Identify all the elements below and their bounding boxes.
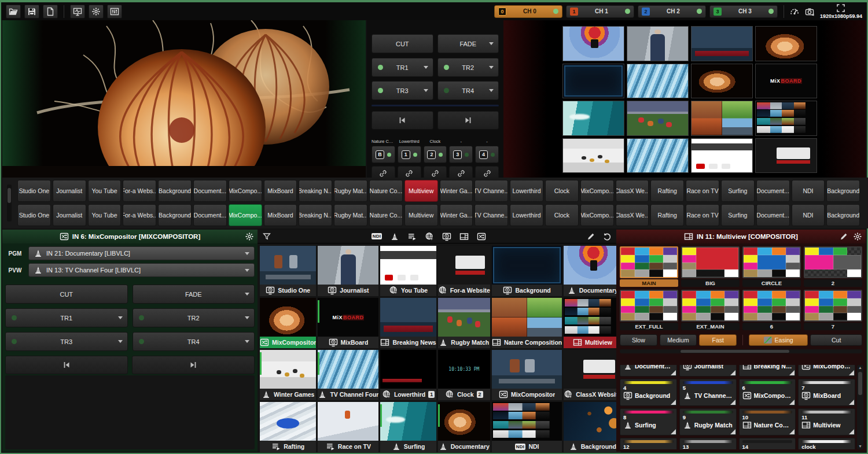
cut-button[interactable]: CUT bbox=[372, 34, 433, 53]
transition-tr4-button[interactable]: TR4 bbox=[133, 332, 255, 351]
source-button-journalist[interactable]: Journalist bbox=[53, 180, 86, 202]
fade-button[interactable]: FADE bbox=[133, 285, 255, 304]
source-button-tv-channe-[interactable]: TV Channe... bbox=[475, 204, 508, 226]
source-tile-studio-one[interactable]: Studio One bbox=[260, 246, 316, 296]
cut-button[interactable]: CUT bbox=[5, 285, 128, 304]
source-button-background[interactable]: Background bbox=[826, 180, 860, 202]
slot-7[interactable]: 7MixBoard bbox=[798, 379, 855, 406]
source-button-surfing[interactable]: Surfing bbox=[721, 204, 755, 226]
macro-key-1-button[interactable]: 1 bbox=[398, 146, 421, 163]
macro-key-2-button[interactable]: 2 bbox=[424, 146, 447, 163]
goto-end-button[interactable] bbox=[437, 111, 499, 130]
gear-icon[interactable] bbox=[853, 232, 862, 241]
gear-icon[interactable] bbox=[245, 232, 254, 241]
channel-button-0[interactable]: 0CH 0 bbox=[494, 5, 562, 18]
macro-key-B-button[interactable]: B bbox=[372, 146, 395, 163]
speed-medium-button[interactable]: Medium bbox=[660, 334, 697, 346]
source-button-mixcompo-[interactable]: MixCompo... bbox=[580, 204, 614, 226]
scroll-up-icon[interactable]: ▲ bbox=[857, 365, 863, 371]
layout-preset-circle[interactable]: CIRCLE bbox=[742, 246, 801, 287]
macro-key-3-button[interactable]: 3 bbox=[449, 146, 473, 163]
layout-preset-6[interactable]: 6 bbox=[742, 290, 801, 330]
multiview-cell-14[interactable] bbox=[627, 138, 689, 174]
source-button-multiview[interactable]: Multiview bbox=[404, 180, 438, 202]
channel-button-2[interactable]: 2CH 2 bbox=[638, 5, 706, 18]
undo-icon[interactable] bbox=[602, 232, 612, 241]
transition-tr1-button[interactable]: TR1 bbox=[5, 308, 128, 327]
multiview-cell-9[interactable] bbox=[562, 101, 624, 136]
transition-tr3-button[interactable]: TR3 bbox=[372, 81, 433, 100]
slot-12[interactable]: 12Winter Games bbox=[620, 438, 677, 449]
source-button-for-a-webs-[interactable]: For-a Webs... bbox=[123, 204, 156, 226]
slot-0[interactable]: 0Documentary bbox=[620, 365, 677, 377]
layout-preset-2[interactable]: 2 bbox=[804, 246, 862, 287]
multiview-cell-1[interactable] bbox=[562, 26, 624, 61]
source-tile-winter-games[interactable]: Winter Games bbox=[260, 350, 316, 400]
source-tile-you-tube[interactable]: You Tube bbox=[380, 246, 436, 296]
source-tile-journalist[interactable]: Journalist bbox=[318, 246, 378, 296]
multiview-cell-16[interactable] bbox=[755, 138, 817, 174]
source-button-ndi[interactable]: NDI bbox=[792, 180, 825, 202]
goto-start-button[interactable] bbox=[5, 356, 128, 374]
speed-slow-button[interactable]: Slow bbox=[620, 334, 657, 346]
source-button-mixcompo-[interactable]: MixCompo... bbox=[229, 180, 262, 202]
source-tile-tv-channel-four[interactable]: TV Channel Four bbox=[318, 350, 378, 400]
source-button-document-[interactable]: Document... bbox=[193, 180, 227, 202]
multiview-filter-icon[interactable] bbox=[459, 232, 469, 241]
vlc-cone-filter-icon[interactable] bbox=[390, 232, 399, 241]
source-button-mixcompo-[interactable]: MixCompo... bbox=[580, 180, 614, 202]
layout-preset-ext_full[interactable]: EXT_FULL bbox=[620, 290, 678, 330]
source-button-mixcompo-[interactable]: MixCompo... bbox=[229, 204, 262, 226]
source-tile-lowerthird[interactable]: Lowerthird1 bbox=[380, 350, 436, 400]
source-button-for-a-webs-[interactable]: For-a Webs... bbox=[123, 180, 156, 202]
slot-3[interactable]: 3MixCompositor bbox=[798, 365, 855, 377]
multiview-cell-10[interactable] bbox=[627, 101, 689, 136]
channel-button-3[interactable]: 3CH 3 bbox=[709, 5, 778, 18]
macro-key-4-button[interactable]: 4 bbox=[475, 146, 499, 163]
slot-1[interactable]: 1Journalist bbox=[679, 365, 737, 377]
multiview-cell-4[interactable] bbox=[755, 26, 817, 61]
source-button-document-[interactable]: Document... bbox=[756, 180, 790, 202]
goto-end-button[interactable] bbox=[132, 356, 255, 374]
speed-fast-button[interactable]: Fast bbox=[699, 334, 737, 346]
slot-clock[interactable]: clockFor-a Website bbox=[798, 438, 855, 449]
slot-6[interactable]: 6MixCompositor bbox=[739, 379, 796, 406]
fullscreen-icon[interactable] bbox=[836, 3, 845, 13]
source-button-document-[interactable]: Document... bbox=[756, 204, 790, 226]
source-button-classx-we-[interactable]: ClassX We... bbox=[616, 180, 649, 202]
slots-vertical-scrollbar[interactable]: ▲ ▼ bbox=[857, 365, 863, 449]
slot-9[interactable]: 9Rugby Match bbox=[679, 408, 737, 435]
slot-5[interactable]: 5TV Channel Four bbox=[679, 379, 737, 406]
source-button-surfing[interactable]: Surfing bbox=[721, 180, 755, 202]
multiview-cell-6[interactable] bbox=[627, 64, 689, 99]
multiview-cell-15[interactable] bbox=[691, 138, 753, 174]
source-tile-mixboard[interactable]: MiXBOARDMixBoard bbox=[318, 298, 378, 348]
source-button-winter-ga-[interactable]: Winter Ga... bbox=[440, 204, 473, 226]
compositor-filter-icon[interactable] bbox=[477, 232, 486, 241]
source-tile-ndi[interactable]: NDINDI bbox=[492, 402, 562, 452]
multiview-cell-11[interactable] bbox=[691, 101, 753, 136]
source-button-clock[interactable]: Clock bbox=[545, 204, 579, 226]
slot-13[interactable]: 13TV Channel Four bbox=[679, 438, 737, 449]
new-project-icon[interactable] bbox=[43, 5, 58, 19]
multiview-cell-8[interactable]: MiXBOARD bbox=[755, 64, 817, 99]
source-button-you-tube[interactable]: You Tube bbox=[88, 180, 122, 202]
layout-preset-main[interactable]: MAIN bbox=[620, 246, 678, 287]
multiview-cell-7[interactable] bbox=[691, 64, 753, 99]
source-button-studio-one[interactable]: Studio One bbox=[17, 180, 51, 202]
source-button-you-tube[interactable]: You Tube bbox=[88, 204, 122, 226]
transition-tr2-button[interactable]: TR2 bbox=[133, 308, 255, 327]
transition-tr3-button[interactable]: TR3 bbox=[5, 332, 128, 351]
source-button-tv-channe-[interactable]: TV Channe... bbox=[475, 180, 508, 202]
slot-4[interactable]: 4Background bbox=[620, 379, 677, 406]
source-button-rafting[interactable]: Rafting bbox=[650, 180, 684, 202]
layout-preset-big[interactable]: BIG bbox=[681, 246, 740, 287]
source-button-document-[interactable]: Document... bbox=[193, 204, 227, 226]
multiview-cell-12[interactable] bbox=[755, 101, 817, 136]
slot-8[interactable]: 8Surfing bbox=[620, 408, 677, 435]
source-tile-clock[interactable]: 10:10:33 PMClock2 bbox=[438, 350, 490, 400]
monitor-signal-icon[interactable] bbox=[70, 5, 85, 19]
source-button-multiview[interactable]: Multiview bbox=[404, 204, 438, 226]
source-tile-rugby-match[interactable]: Rugby Match bbox=[438, 298, 490, 348]
multiview-cell-13[interactable] bbox=[562, 138, 624, 174]
